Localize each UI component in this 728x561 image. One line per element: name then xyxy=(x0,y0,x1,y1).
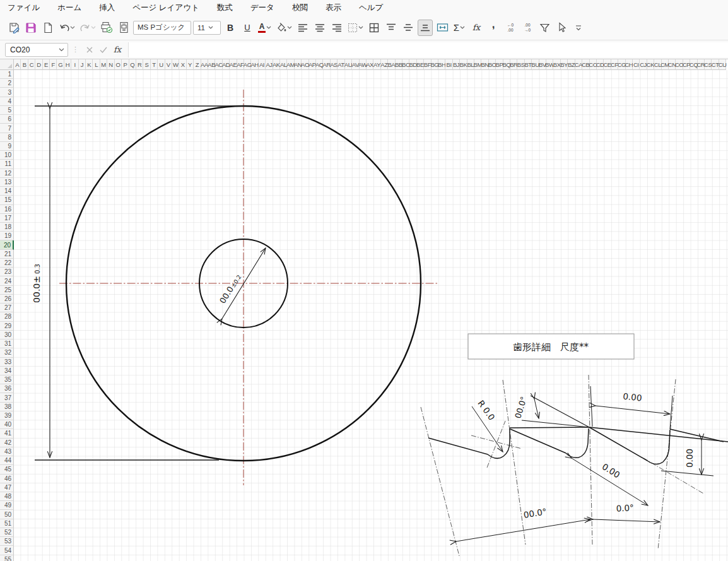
row-header-45[interactable]: 45 xyxy=(0,465,14,474)
name-box[interactable]: CO20 xyxy=(5,43,68,57)
column-header-AX[interactable]: AX xyxy=(367,59,373,70)
decrease-decimal-button[interactable]: .00 →0 xyxy=(520,20,535,36)
autosum-button[interactable]: Σ xyxy=(452,20,467,36)
column-header-BH[interactable]: BH xyxy=(438,59,445,70)
row-header-34[interactable]: 34 xyxy=(0,367,14,375)
row-header-27[interactable]: 27 xyxy=(0,304,14,312)
merge-center-button[interactable] xyxy=(435,20,450,36)
column-header-BD[interactable]: BD xyxy=(409,59,416,70)
column-header-BK[interactable]: BK xyxy=(460,59,467,70)
row-header-47[interactable]: 47 xyxy=(0,483,14,492)
column-header-AK[interactable]: AK xyxy=(273,59,280,70)
column-header-K[interactable]: K xyxy=(86,59,93,70)
column-header-L[interactable]: L xyxy=(93,59,100,70)
align-center-button[interactable] xyxy=(312,20,327,36)
row-header-3[interactable]: 3 xyxy=(0,88,14,97)
row-header-35[interactable]: 35 xyxy=(0,375,14,384)
column-header-BI[interactable]: BI xyxy=(445,59,452,70)
row-header-22[interactable]: 22 xyxy=(0,259,14,268)
font-color-button[interactable]: A xyxy=(257,20,273,36)
row-header-51[interactable]: 51 xyxy=(0,519,14,528)
row-header-43[interactable]: 43 xyxy=(0,447,14,456)
row-header-33[interactable]: 33 xyxy=(0,358,14,367)
column-header-BO[interactable]: BO xyxy=(489,59,496,70)
column-header-B[interactable]: B xyxy=(21,59,28,70)
middle-align-button[interactable] xyxy=(401,20,416,36)
column-header-U[interactable]: U xyxy=(158,59,165,70)
row-header-12[interactable]: 12 xyxy=(0,169,14,178)
row-header-54[interactable]: 54 xyxy=(0,546,14,555)
align-left-button[interactable] xyxy=(295,20,310,36)
row-header-11[interactable]: 11 xyxy=(0,160,14,168)
row-header-10[interactable]: 10 xyxy=(0,151,14,160)
menu-item-1[interactable]: ホーム xyxy=(57,3,81,13)
column-header-CI[interactable]: CI xyxy=(633,59,640,70)
row-header-53[interactable]: 53 xyxy=(0,537,14,546)
row-header-21[interactable]: 21 xyxy=(0,250,14,259)
cancel-entry-button[interactable] xyxy=(83,43,97,57)
row-header-19[interactable]: 19 xyxy=(0,232,14,240)
row-header-28[interactable]: 28 xyxy=(0,312,14,321)
all-borders-button[interactable] xyxy=(367,20,382,36)
column-header-BY[interactable]: BY xyxy=(561,59,568,70)
column-header-AZ[interactable]: AZ xyxy=(381,59,388,70)
column-header-N[interactable]: N xyxy=(107,59,114,70)
worksheet[interactable]: ABCDEFGHIJKLMNOPQRSTUVWXYZAAABACADAEAFAG… xyxy=(0,59,728,561)
row-header-5[interactable]: 5 xyxy=(0,106,14,115)
top-align-button[interactable] xyxy=(384,20,399,36)
menu-item-0[interactable]: ファイル xyxy=(8,3,40,13)
row-header-18[interactable]: 18 xyxy=(0,223,14,232)
row-header-17[interactable]: 17 xyxy=(0,214,14,223)
column-header-BJ[interactable]: BJ xyxy=(453,59,460,70)
print-preview-button[interactable] xyxy=(116,20,131,36)
font-size-combobox[interactable]: 11 xyxy=(193,21,221,35)
row-header-36[interactable]: 36 xyxy=(0,384,14,393)
column-header-AO[interactable]: AO xyxy=(302,59,308,70)
column-header-H[interactable]: H xyxy=(64,59,71,70)
column-header-BR[interactable]: BR xyxy=(510,59,517,70)
row-header-9[interactable]: 9 xyxy=(0,142,14,151)
row-header-50[interactable]: 50 xyxy=(0,510,14,519)
column-header-AY[interactable]: AY xyxy=(373,59,380,70)
row-header-7[interactable]: 7 xyxy=(0,124,14,133)
column-header-AH[interactable]: AH xyxy=(251,59,258,70)
column-header-T[interactable]: T xyxy=(151,59,158,70)
formula-input[interactable] xyxy=(128,42,728,57)
column-header-BE[interactable]: BE xyxy=(417,59,424,70)
column-header-X[interactable]: X xyxy=(179,59,186,70)
column-header-AD[interactable]: AD xyxy=(223,59,230,70)
column-header-BX[interactable]: BX xyxy=(553,59,560,70)
column-header-CS[interactable]: CS xyxy=(705,59,712,70)
column-header-M[interactable]: M xyxy=(100,59,107,70)
column-header-I[interactable]: I xyxy=(71,59,78,70)
column-header-AJ[interactable]: AJ xyxy=(266,59,273,70)
column-header-AS[interactable]: AS xyxy=(331,59,338,70)
column-header-Z[interactable]: Z xyxy=(194,59,201,70)
row-header-42[interactable]: 42 xyxy=(0,439,14,447)
column-header-R[interactable]: R xyxy=(136,59,143,70)
column-header-BA[interactable]: BA xyxy=(388,59,395,70)
column-header-CE[interactable]: CE xyxy=(604,59,611,70)
row-header-55[interactable]: 55 xyxy=(0,555,14,561)
row-header-37[interactable]: 37 xyxy=(0,393,14,402)
save-edit-button[interactable] xyxy=(6,20,21,36)
column-header-E[interactable]: E xyxy=(43,59,50,70)
row-header-44[interactable]: 44 xyxy=(0,456,14,465)
comma-style-button[interactable]: , xyxy=(486,20,501,36)
column-header-A[interactable]: A xyxy=(14,59,21,70)
menu-item-8[interactable]: ヘルプ xyxy=(359,3,383,13)
column-header-V[interactable]: V xyxy=(165,59,172,70)
borders-button[interactable] xyxy=(346,20,365,36)
select-objects-button[interactable] xyxy=(554,20,569,36)
row-header-1[interactable]: 1 xyxy=(0,70,14,79)
row-header-24[interactable]: 24 xyxy=(0,276,14,285)
row-header-25[interactable]: 25 xyxy=(0,286,14,295)
bold-button[interactable]: B xyxy=(223,20,238,36)
column-header-W[interactable]: W xyxy=(172,59,179,70)
row-header-40[interactable]: 40 xyxy=(0,420,14,429)
row-header-13[interactable]: 13 xyxy=(0,178,14,187)
column-header-AR[interactable]: AR xyxy=(323,59,330,70)
menu-item-2[interactable]: 挿入 xyxy=(99,3,115,13)
increase-decimal-button[interactable]: ←0 .00 xyxy=(503,20,518,36)
row-header-15[interactable]: 15 xyxy=(0,196,14,204)
